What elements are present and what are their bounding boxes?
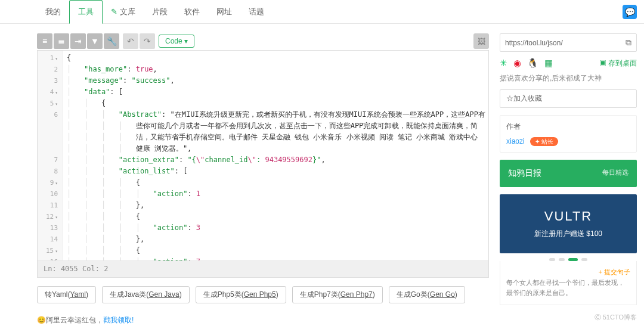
watermark: Ⓒ 51CTO博客	[595, 313, 637, 322]
chat-icon[interactable]: 💬	[623, 5, 637, 19]
claim-link[interactable]: 戳我领取!	[103, 316, 134, 324]
qq-icon[interactable]: 🐧	[527, 58, 538, 69]
nav-tools[interactable]: 工具	[69, 0, 103, 24]
wrench-icon[interactable]: 🔧	[104, 33, 119, 49]
author-box: 作者 xiaozi ✦ 站长	[500, 115, 637, 153]
quote-box: + 提交句子 每个女人都在寻找一个爷们，最后发现，最爷们的原来是自己。	[500, 261, 637, 305]
wechat-icon[interactable]: ✳	[500, 58, 507, 69]
gen-button[interactable]: 生成Go类(Gen Go)	[389, 286, 465, 303]
submit-quote[interactable]: + 提交句子	[506, 267, 630, 278]
filter-icon[interactable]: ▼	[87, 33, 103, 49]
nav-my[interactable]: 我的	[37, 1, 69, 23]
nav-wenku[interactable]: ✎文库	[103, 1, 144, 23]
gen-button[interactable]: 转Yaml(Yaml)	[37, 286, 96, 303]
social-row: ✳ ◉ 🐧 ▦ ▣ 存到桌面	[500, 58, 637, 69]
nav-snippets[interactable]: 片段	[144, 1, 176, 23]
tagline: 据说喜欢分享的,后来都成了大神	[500, 73, 637, 83]
code-editor[interactable]: 1234567891011121314151617181920212223 {│…	[37, 50, 489, 278]
author-name[interactable]: xiaozi	[506, 137, 525, 145]
code-dropdown[interactable]: Code ▾	[159, 35, 194, 48]
code-content[interactable]: {│ "has_more": true,│ "message": "succes…	[63, 51, 488, 260]
page-url: https://tool.lu/json/	[505, 39, 563, 47]
gen-button[interactable]: 生成Php7类(Gen Php7)	[292, 286, 383, 303]
footer-promo: 😊阿里云幸运红包，戳我领取!	[37, 315, 134, 325]
editor-toolbar: ≡ ≣ ⇥ ▼ 🔧 ↶ ↷ Code ▾ 🖼	[37, 33, 489, 49]
author-label: 作者	[506, 122, 630, 132]
weibo-icon[interactable]: ◉	[513, 58, 521, 69]
status-bar: Ln: 4055 Col: 2	[38, 260, 488, 277]
align-center-icon[interactable]: ≣	[54, 33, 69, 49]
nav-topics[interactable]: 话题	[240, 1, 273, 23]
qrcode-icon[interactable]: ▦	[544, 58, 553, 69]
pencil-icon: ✎	[111, 7, 117, 16]
save-desktop[interactable]: ▣ 存到桌面	[599, 58, 637, 69]
align-left-icon[interactable]: ≡	[37, 33, 52, 49]
generate-buttons: 转Yaml(Yaml)生成Java类(Gen Java)生成Php5类(Gen …	[37, 286, 489, 303]
url-box: https://tool.lu/json/ ⧉	[500, 33, 637, 52]
gen-button[interactable]: 生成Php5类(Gen Php5)	[196, 286, 286, 303]
nav-urls[interactable]: 网址	[208, 1, 240, 23]
daily-banner[interactable]: 知鸦日报每日精选	[500, 160, 637, 187]
redo-icon[interactable]: ↷	[140, 33, 155, 49]
indent-icon[interactable]: ⇥	[70, 33, 86, 49]
ad-vultr[interactable]: VULTR 新注册用户赠送 $100	[500, 194, 637, 253]
author-badge: ✦ 站长	[530, 137, 558, 146]
image-icon[interactable]: 🖼	[473, 33, 489, 49]
copy-icon[interactable]: ⧉	[626, 38, 631, 48]
add-favorite[interactable]: ☆加入收藏	[500, 89, 637, 108]
gen-button[interactable]: 生成Java类(Gen Java)	[102, 286, 190, 303]
line-gutter: 1234567891011121314151617181920212223	[38, 51, 63, 260]
undo-icon[interactable]: ↶	[123, 33, 138, 49]
nav-software[interactable]: 软件	[176, 1, 208, 23]
top-nav: 我的 工具 ✎文库 片段 软件 网址 话题	[0, 0, 644, 24]
